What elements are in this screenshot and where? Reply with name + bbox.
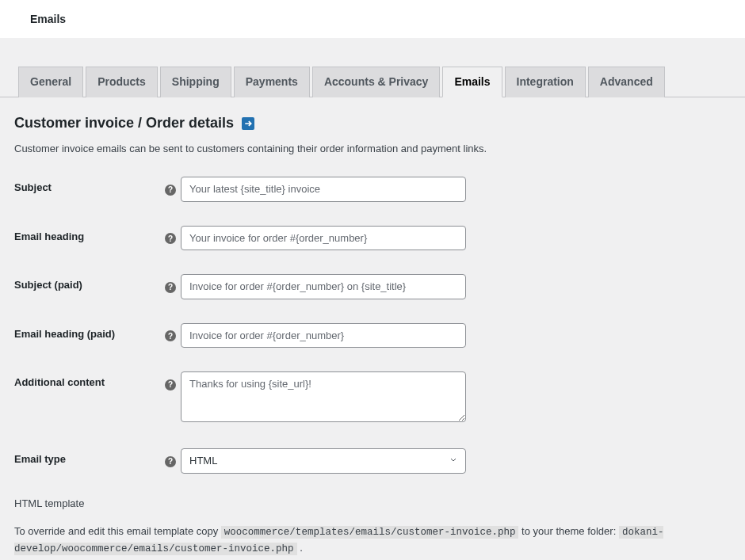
tab-integration[interactable]: Integration	[505, 67, 586, 97]
main-area: General Products Shipping Payments Accou…	[0, 38, 745, 560]
row-subject-paid: Subject (paid) ?	[14, 274, 731, 299]
email-heading-paid-input[interactable]	[181, 323, 466, 349]
row-email-heading-paid: Email heading (paid) ?	[14, 323, 731, 349]
tab-payments[interactable]: Payments	[234, 67, 310, 97]
template-text-prefix: To override and edit this email template…	[14, 525, 221, 537]
help-icon[interactable]: ?	[165, 330, 176, 341]
back-link-icon[interactable]	[242, 117, 254, 130]
page-title-text: Customer invoice / Order details	[14, 115, 234, 131]
email-heading-input[interactable]	[181, 226, 466, 251]
page-header-title: Emails	[30, 13, 66, 25]
help-icon[interactable]: ?	[165, 233, 176, 244]
help-icon[interactable]: ?	[165, 456, 176, 467]
template-note: To override and edit this email template…	[14, 524, 731, 557]
help-icon[interactable]: ?	[165, 282, 176, 293]
row-additional-content: Additional content ?	[14, 371, 731, 425]
label-email-type: Email type	[14, 448, 165, 465]
page-description: Customer invoice emails can be sent to c…	[14, 143, 731, 154]
subject-paid-input[interactable]	[181, 274, 466, 299]
tab-shipping[interactable]: Shipping	[160, 67, 231, 97]
subject-input[interactable]	[181, 177, 466, 202]
label-email-heading-paid: Email heading (paid)	[14, 323, 165, 340]
settings-tabs: General Products Shipping Payments Accou…	[0, 38, 745, 97]
template-text-middle: to your theme folder:	[522, 525, 619, 537]
page-header: Emails	[0, 0, 745, 38]
template-code-source: woocommerce/templates/emails/customer-in…	[221, 526, 519, 539]
template-heading: HTML template	[14, 497, 731, 509]
help-icon[interactable]: ?	[165, 185, 176, 196]
label-subject-paid: Subject (paid)	[14, 274, 165, 291]
tab-emails[interactable]: Emails	[442, 67, 502, 97]
row-email-heading: Email heading ?	[14, 226, 731, 251]
label-email-heading: Email heading	[14, 226, 165, 242]
tab-accounts-privacy[interactable]: Accounts & Privacy	[312, 67, 441, 97]
label-subject: Subject	[14, 177, 165, 193]
tab-products[interactable]: Products	[86, 67, 158, 97]
template-text-suffix: .	[300, 542, 303, 554]
email-type-select[interactable]: HTML	[181, 448, 466, 474]
row-subject: Subject ?	[14, 177, 731, 202]
page-title: Customer invoice / Order details	[14, 115, 731, 131]
help-icon[interactable]: ?	[165, 379, 176, 390]
row-email-type: Email type ? HTML	[14, 448, 731, 474]
tab-advanced[interactable]: Advanced	[588, 67, 665, 97]
label-additional-content: Additional content	[14, 371, 165, 388]
content: Customer invoice / Order details Custome…	[0, 97, 745, 560]
additional-content-textarea[interactable]	[181, 371, 466, 422]
tab-general[interactable]: General	[18, 67, 83, 97]
